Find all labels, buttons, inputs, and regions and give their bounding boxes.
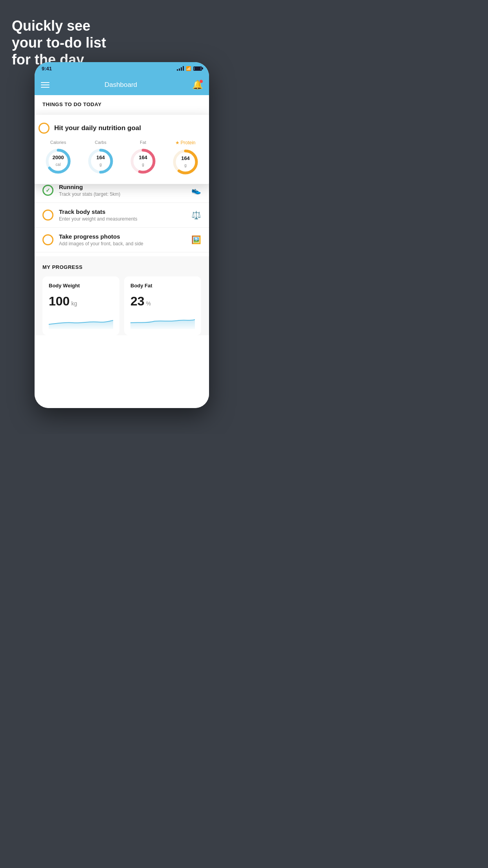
progress-section: MY PROGRESS Body Weight 100 kg bbox=[35, 256, 209, 335]
nutrition-card: Hit your daily nutrition goal Calories bbox=[35, 115, 209, 184]
carbs-unit: g bbox=[99, 162, 102, 167]
photos-checkbox[interactable] bbox=[42, 234, 53, 245]
status-time: 9:41 bbox=[42, 66, 52, 72]
body-stats-title: Track body stats bbox=[59, 208, 186, 215]
running-checkbox[interactable] bbox=[42, 185, 53, 196]
calories-donut: 2000 cal bbox=[44, 147, 72, 175]
carbs-donut: 164 g bbox=[86, 147, 115, 175]
nutrition-checkbox[interactable] bbox=[39, 123, 50, 134]
protein-donut: 164 g bbox=[171, 148, 200, 176]
todo-body-stats[interactable]: Track body stats Enter your weight and m… bbox=[35, 203, 209, 228]
carbs-item: Carbs 164 g bbox=[86, 140, 115, 176]
protein-label: ★ Protein bbox=[175, 140, 195, 145]
menu-button[interactable] bbox=[41, 82, 50, 88]
progress-header: MY PROGRESS bbox=[42, 264, 201, 270]
protein-value: 164 bbox=[181, 156, 190, 161]
fat-item: Fat 164 g bbox=[129, 140, 157, 176]
fat-label: Fat bbox=[140, 140, 146, 145]
fat-donut: 164 g bbox=[129, 147, 157, 175]
body-weight-card: Body Weight 100 kg bbox=[42, 276, 119, 335]
fat-unit: g bbox=[142, 162, 144, 167]
nutrition-card-title: Hit your daily nutrition goal bbox=[54, 124, 141, 132]
body-weight-sparkline bbox=[49, 313, 113, 329]
todo-list: Running Track your stats (target: 5km) 👟… bbox=[35, 178, 209, 252]
body-fat-sparkline bbox=[130, 313, 195, 329]
content-area: THINGS TO DO TODAY Hit your daily nutrit… bbox=[35, 95, 209, 408]
nav-title: Dashboard bbox=[105, 81, 137, 89]
fat-value: 164 bbox=[139, 155, 147, 160]
body-fat-value: 23 bbox=[130, 294, 145, 309]
protein-unit: g bbox=[184, 163, 187, 167]
body-stats-icon: ⚖️ bbox=[191, 210, 201, 220]
battery-icon bbox=[193, 66, 202, 71]
section-header: THINGS TO DO TODAY bbox=[35, 95, 209, 111]
phone-mockup: 9:41 📶 Dashboard 🔔 THINGS TO DO TODAY bbox=[35, 62, 209, 408]
running-icon: 👟 bbox=[191, 186, 201, 195]
progress-cards: Body Weight 100 kg bbox=[42, 276, 201, 335]
carbs-label: Carbs bbox=[95, 140, 106, 145]
photos-title: Take progress photos bbox=[59, 233, 186, 240]
nutrition-grid: Calories 2000 cal bbox=[39, 140, 205, 176]
body-fat-unit: % bbox=[146, 300, 151, 307]
running-title: Running bbox=[59, 184, 186, 190]
carbs-value: 164 bbox=[96, 155, 105, 160]
calories-item: Calories 2000 cal bbox=[44, 140, 72, 176]
protein-item: ★ Protein 164 g bbox=[171, 140, 200, 176]
body-weight-value: 100 bbox=[49, 294, 70, 309]
nav-bar: Dashboard 🔔 bbox=[35, 75, 209, 95]
photos-icon: 🖼️ bbox=[191, 235, 201, 245]
body-fat-card: Body Fat 23 % bbox=[124, 276, 201, 335]
hero-heading: Quickly see your to-do list for the day. bbox=[12, 17, 106, 68]
star-icon: ★ bbox=[175, 140, 180, 145]
body-stats-subtitle: Enter your weight and measurements bbox=[59, 216, 186, 222]
status-icons: 📶 bbox=[177, 66, 202, 71]
photos-subtitle: Add images of your front, back, and side bbox=[59, 241, 186, 246]
body-fat-title: Body Fat bbox=[130, 283, 195, 289]
running-subtitle: Track your stats (target: 5km) bbox=[59, 191, 186, 197]
status-bar: 9:41 📶 bbox=[35, 62, 209, 75]
calories-value: 2000 bbox=[53, 155, 64, 160]
body-stats-checkbox[interactable] bbox=[42, 210, 53, 221]
signal-icon bbox=[177, 66, 184, 71]
calories-label: Calories bbox=[50, 140, 66, 145]
notification-badge bbox=[200, 80, 203, 83]
body-weight-title: Body Weight bbox=[49, 283, 113, 289]
calories-unit: cal bbox=[56, 162, 61, 167]
notification-button[interactable]: 🔔 bbox=[192, 80, 203, 90]
todo-photos[interactable]: Take progress photos Add images of your … bbox=[35, 228, 209, 252]
body-weight-unit: kg bbox=[71, 300, 77, 307]
wifi-icon: 📶 bbox=[186, 66, 191, 71]
